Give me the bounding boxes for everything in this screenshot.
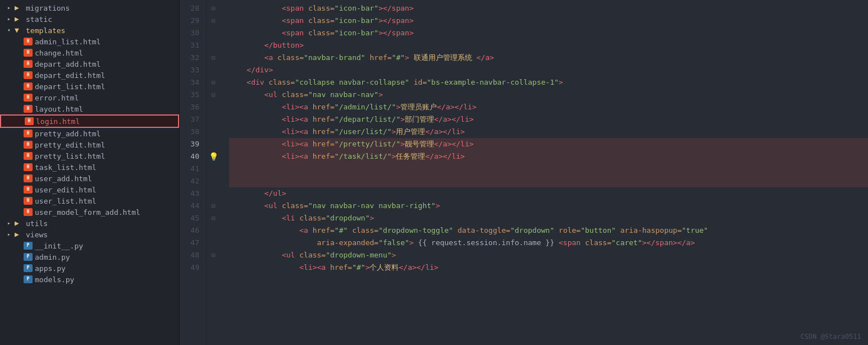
py-file-icon: P xyxy=(24,264,33,272)
line-numbers: 28 29 30 31 32 33 34 35 36 37 38 39 40 4… xyxy=(180,0,207,345)
code-line-48: <ul class="dropdown-menu"> xyxy=(229,249,868,261)
sidebar-item-user-list[interactable]: H user_list.html xyxy=(0,195,179,206)
sidebar-item-task-list[interactable]: H task_list.html xyxy=(0,162,179,173)
html-file-icon: H xyxy=(24,152,33,160)
html-file-icon: H xyxy=(24,49,33,57)
line-num-46: 46 xyxy=(180,224,206,237)
code-line-31: </button> xyxy=(229,39,868,52)
sidebar-item-user-model-form-add[interactable]: H user_model_form_add.html xyxy=(0,206,179,218)
line-num-40: 40 xyxy=(180,150,206,163)
code-line-32: <a class="navbar-brand" href="#"> 联通用户管理… xyxy=(229,52,868,64)
gutter-45: ⊟ xyxy=(207,212,220,224)
gutter-41 xyxy=(207,163,220,175)
sidebar-item-pretty-list[interactable]: H pretty_list.html xyxy=(0,150,179,162)
sidebar-item-label: layout.html xyxy=(35,105,83,113)
code-line-34: <div class="collapse navbar-collapse" id… xyxy=(229,76,868,89)
sidebar-item-user-add[interactable]: H user_add.html xyxy=(0,173,179,184)
gutter-46 xyxy=(207,224,220,237)
gutter-44: ⊟ xyxy=(207,200,220,212)
sidebar-item-label: models.py xyxy=(35,275,74,284)
py-file-icon: P xyxy=(24,253,33,261)
code-line-38: <li><a href="/user/list/">用户管理</a></li> xyxy=(229,126,868,138)
py-file-icon: P xyxy=(24,242,33,250)
sidebar-item-label: user_model_form_add.html xyxy=(35,208,140,217)
line-num-31: 31 xyxy=(180,39,206,52)
code-editor: 28 29 30 31 32 33 34 35 36 37 38 39 40 4… xyxy=(180,0,868,345)
code-line-44: <ul class="nav navbar-nav navbar-right"> xyxy=(229,200,868,212)
sidebar-item-templates[interactable]: ▼ templates xyxy=(0,25,179,36)
sidebar-item-label: user_add.html xyxy=(35,174,92,183)
sidebar-item-user-edit[interactable]: H user_edit.html xyxy=(0,184,179,195)
line-num-47: 47 xyxy=(180,237,206,249)
gutter-47 xyxy=(207,237,220,249)
html-file-icon: H xyxy=(24,38,33,45)
sidebar-item-admin-list[interactable]: H admin_list.html xyxy=(0,36,179,47)
sidebar-item-depart-list[interactable]: H depart_list.html xyxy=(0,81,179,92)
watermark: CSDN @Stara0511 xyxy=(801,333,861,341)
line-num-37: 37 xyxy=(180,113,206,126)
sidebar-item-admin[interactable]: P admin.py xyxy=(0,251,179,263)
py-file-icon: P xyxy=(24,275,33,283)
line-num-32: 32 xyxy=(180,52,206,64)
code-line-36: <li><a href="/admin/list/">管理员账户</a></li… xyxy=(229,101,868,113)
line-num-42: 42 xyxy=(180,175,206,187)
line-num-49: 49 xyxy=(180,261,206,274)
folder-icon: ▶ xyxy=(15,4,24,12)
sidebar-item-label: depart_list.html xyxy=(35,82,105,91)
sidebar-item-layout[interactable]: H layout.html xyxy=(0,103,179,114)
gutter-33 xyxy=(207,64,220,76)
code-line-40: <li><a href="/task/list/">任务管理</a></li> xyxy=(229,150,868,163)
sidebar-item-migrations[interactable]: ▶ migrations xyxy=(0,2,179,13)
sidebar-item-depart-edit[interactable]: H depart_edit.html xyxy=(0,70,179,81)
gutter-48: ⊟ xyxy=(207,249,220,261)
gutter-36 xyxy=(207,101,220,113)
sidebar-item-error[interactable]: H error.html xyxy=(0,92,179,103)
line-num-36: 36 xyxy=(180,101,206,113)
line-num-48: 48 xyxy=(180,249,206,261)
html-file-icon: H xyxy=(24,105,33,113)
sidebar-item-label: apps.py xyxy=(35,264,66,273)
gutter-35: ⊟ xyxy=(207,89,220,101)
gutter-40-bulb[interactable]: 💡 xyxy=(207,150,220,163)
sidebar-item-init[interactable]: P __init__.py xyxy=(0,240,179,251)
sidebar-item-utils[interactable]: ▶ utils xyxy=(0,218,179,229)
line-num-30: 30 xyxy=(180,27,206,39)
sidebar-item-label: templates xyxy=(26,26,65,35)
sidebar-item-views[interactable]: ▶ views xyxy=(0,229,179,240)
sidebar-item-models[interactable]: P models.py xyxy=(0,274,179,285)
chevron-icon xyxy=(4,3,13,12)
editor-gutter: ⊟ ⊟ ⊟ ⊟ ⊟ 💡 ⊟ ⊟ ⊟ xyxy=(207,0,220,345)
line-num-45: 45 xyxy=(180,212,206,224)
code-content[interactable]: <span class="icon-bar"></span> <span cla… xyxy=(220,0,868,345)
line-num-39: 39 xyxy=(180,138,206,150)
gutter-49 xyxy=(207,261,220,274)
sidebar-item-label: views xyxy=(26,231,48,239)
html-file-icon: H xyxy=(24,197,33,205)
line-num-38: 38 xyxy=(180,126,206,138)
sidebar-item-login[interactable]: H login.html xyxy=(0,114,179,128)
sidebar-item-pretty-add[interactable]: H pretty_add.html xyxy=(0,128,179,139)
sidebar-item-pretty-edit[interactable]: H pretty_edit.html xyxy=(0,139,179,150)
chevron-icon xyxy=(4,15,13,24)
code-line-42 xyxy=(229,175,868,187)
line-num-34: 34 xyxy=(180,76,206,89)
gutter-39 xyxy=(207,138,220,150)
code-line-29: <span class="icon-bar"></span> xyxy=(229,15,868,27)
sidebar-item-change[interactable]: H change.html xyxy=(0,47,179,58)
code-line-49: <li><a href="#">个人资料</a></li> xyxy=(229,261,868,274)
sidebar-item-apps[interactable]: P apps.py xyxy=(0,263,179,274)
sidebar-item-label: depart_add.html xyxy=(35,60,100,68)
sidebar-item-label: pretty_list.html xyxy=(35,152,105,160)
html-file-icon: H xyxy=(24,130,33,137)
code-line-30: <span class="icon-bar"></span> xyxy=(229,27,868,39)
code-line-39: <li><a href="/pretty/list/">靓号管理</a></li… xyxy=(229,138,868,150)
html-file-icon: H xyxy=(24,60,33,68)
sidebar-item-label: login.html xyxy=(36,117,80,126)
sidebar-item-depart-add[interactable]: H depart_add.html xyxy=(0,58,179,70)
folder-icon: ▶ xyxy=(15,231,24,238)
html-file-icon: H xyxy=(24,82,33,90)
sidebar-item-static[interactable]: ▶ static xyxy=(0,13,179,25)
file-explorer: ▶ migrations ▶ static ▼ templates H admi… xyxy=(0,0,180,345)
sidebar-item-label: utils xyxy=(26,219,48,228)
html-file-icon: H xyxy=(25,117,34,125)
